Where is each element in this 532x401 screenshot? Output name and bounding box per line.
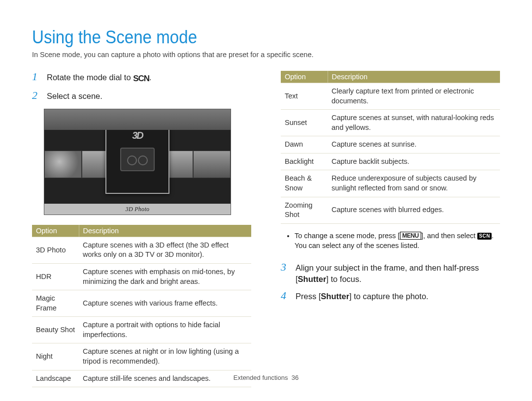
note-block: To change a scene mode, press [MENU], an… xyxy=(286,231,500,251)
step-number: 1 xyxy=(32,71,41,85)
th-description: Description xyxy=(79,225,251,237)
page-number: 36 xyxy=(292,374,299,381)
step3-post: ] to focus. xyxy=(326,275,362,283)
step-4: 4 Press [Shutter] to capture the photo. xyxy=(281,290,500,302)
opt-name: Sunset xyxy=(281,110,328,136)
screenshot-top-bar xyxy=(44,109,231,130)
page-intro: In Scene mode, you can capture a photo w… xyxy=(32,51,500,59)
right-column: Option Description TextClearly capture t… xyxy=(281,71,500,387)
scene-selector-screenshot: 3D 3D Photo xyxy=(44,109,231,215)
step-number: 4 xyxy=(281,290,290,302)
shutter-label: Shutter xyxy=(321,292,349,301)
screenshot-body: 3D xyxy=(44,130,231,204)
step-number: 2 xyxy=(32,90,41,102)
note-item: To change a scene mode, press [MENU], an… xyxy=(295,231,500,251)
note-pre: To change a scene mode, press [ xyxy=(295,232,400,240)
table-row: Beach & SnowReduce underexposure of subj… xyxy=(281,170,500,197)
table-row: Zooming ShotCapture scenes with blurred … xyxy=(281,197,500,223)
page-title: Using the Scene mode xyxy=(32,27,463,48)
step1-pre: Rotate the mode dial to xyxy=(47,73,133,82)
table-row: SunsetCapture scenes at sunset, with nat… xyxy=(281,110,500,136)
table-row: 3D PhotoCapture scenes with a 3D effect … xyxy=(32,237,251,263)
step-number: 3 xyxy=(281,261,290,285)
menu-button-icon: MENU xyxy=(400,232,421,240)
scn-small-icon: SCN xyxy=(477,233,492,240)
options-table-left: Option Description 3D PhotoCapture scene… xyxy=(32,225,251,387)
opt-desc: Reduce underexposure of subjects caused … xyxy=(328,170,500,197)
th-description: Description xyxy=(328,71,500,83)
left-column: 1 Rotate the mode dial to SCN. 2 Select … xyxy=(32,71,251,387)
page-footer: Extended functions 36 xyxy=(0,374,532,381)
table-row: Magic FrameCapture scenes with various f… xyxy=(32,290,251,317)
opt-name: HDR xyxy=(32,264,79,290)
step-1: 1 Rotate the mode dial to SCN. xyxy=(32,71,251,85)
opt-desc: Clearly capture text from printed or ele… xyxy=(328,83,500,110)
table-row: Beauty ShotCapture a portrait with optio… xyxy=(32,317,251,343)
opt-desc: Capture scenes with emphasis on mid-tone… xyxy=(79,264,251,290)
table-row: BacklightCapture backlit subjects. xyxy=(281,153,500,170)
opt-desc: Capture backlit subjects. xyxy=(328,153,500,170)
opt-desc: Capture a portrait with options to hide … xyxy=(79,317,251,343)
camera-icon xyxy=(120,148,155,171)
opt-name: Dawn xyxy=(281,136,328,154)
step-text: Press [Shutter] to capture the photo. xyxy=(296,290,429,302)
step-3: 3 Align your subject in the frame, and t… xyxy=(281,261,500,285)
opt-desc: Capture scenes at sunset, with natural-l… xyxy=(328,110,500,136)
table-row: HDRCapture scenes with emphasis on mid-t… xyxy=(32,264,251,290)
opt-name: Magic Frame xyxy=(32,290,79,317)
opt-desc: Capture scenes at sunrise. xyxy=(328,136,500,154)
step1-post: . xyxy=(149,73,152,82)
step4-post: ] to capture the photo. xyxy=(349,292,429,301)
opt-name: Beach & Snow xyxy=(281,170,328,197)
scene-thumbnail xyxy=(193,151,231,178)
table-row: DawnCapture scenes at sunrise. xyxy=(281,136,500,154)
opt-name: Night xyxy=(32,343,79,370)
footer-section: Extended functions xyxy=(233,374,288,381)
opt-name: Beauty Shot xyxy=(32,317,79,343)
step-text: Rotate the mode dial to SCN. xyxy=(47,71,152,85)
opt-name: Zooming Shot xyxy=(281,197,328,223)
th-option: Option xyxy=(281,71,328,83)
opt-name: Text xyxy=(281,83,328,110)
opt-desc: Capture scenes at night or in low lighti… xyxy=(79,343,251,370)
opt-desc: Capture scenes with various frame effect… xyxy=(79,290,251,317)
options-table-right: Option Description TextClearly capture t… xyxy=(281,71,500,224)
step-2: 2 Select a scene. xyxy=(32,90,251,102)
table-row: TextClearly capture text from printed or… xyxy=(281,83,500,110)
step-text: Align your subject in the frame, and the… xyxy=(296,261,500,285)
opt-name: Backlight xyxy=(281,153,328,170)
step-text: Select a scene. xyxy=(47,90,102,102)
selected-scene-card: 3D xyxy=(105,130,169,194)
shutter-label: Shutter xyxy=(298,275,327,283)
scn-mode-icon: SCN xyxy=(133,73,149,85)
opt-desc: Capture scenes with blurred edges. xyxy=(328,197,500,223)
selected-scene-label: 3D Photo xyxy=(44,204,231,215)
3d-icon: 3D xyxy=(125,130,150,142)
step4-pre: Press [ xyxy=(296,292,321,301)
scene-thumbnail xyxy=(44,151,82,178)
table-row: NightCapture scenes at night or in low l… xyxy=(32,343,251,370)
note-mid: ], and then select xyxy=(421,232,477,240)
th-option: Option xyxy=(32,225,79,237)
opt-desc: Capture scenes with a 3D effect (the 3D … xyxy=(79,237,251,263)
opt-name: 3D Photo xyxy=(32,237,79,263)
